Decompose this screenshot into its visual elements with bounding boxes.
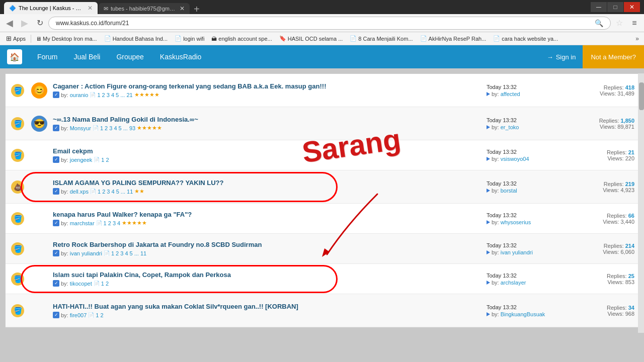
sign-in-button[interactable]: → Sign in [540,45,583,68]
bookmark-5[interactable]: 🔖 HASIL OCD selama ... [276,34,347,43]
last-poster[interactable]: vsiswoyo04 [501,156,529,162]
apps-icon: ⊞ [6,35,12,42]
avatar-col: 😊 [30,82,49,99]
replies-count[interactable]: 21 [628,149,634,155]
page-icon: 📄 [93,125,99,131]
site-logo[interactable]: 🏠 [0,45,29,68]
views-count: 6,060 [620,249,634,255]
last-poster[interactable]: ivan yuliandri [501,249,533,255]
tab-inactive[interactable]: ✉ tubes - habibie975@gmai... ✕ [99,3,190,14]
table-row: 🪣 HATI-HATI..!! Buat agan yang suka maka… [6,294,638,327]
check-icon: ✓ [53,125,59,131]
replies-line: Replies: 34 [580,305,634,311]
play-icon [487,157,490,161]
pages: 1 2 [101,157,109,163]
thread-author[interactable]: Monsyur [70,125,91,131]
scrollbar-thumb[interactable] [639,82,644,110]
thread-replies: Replies: 418 Views: 31,489 [576,83,638,98]
last-poster[interactable]: archslayer [501,280,526,286]
back-btn[interactable]: ◀ [3,17,16,30]
thread-author[interactable]: dell.xps [70,189,89,195]
replies-count[interactable]: 219 [625,181,634,187]
thread-title[interactable]: ISLAM AGAMA YG PALING SEMPURNA?? YAKIN L… [53,179,478,187]
last-poster[interactable]: whysoserius [501,219,531,225]
play-icon [487,281,490,285]
stars: ★★★★★ [122,220,147,226]
replies-count[interactable]: 418 [625,84,634,90]
new-tab-btn[interactable]: + [194,4,200,14]
more-bookmarks[interactable]: » [632,34,642,43]
refresh-btn[interactable]: ↻ [33,17,46,30]
forward-btn[interactable]: ▶ [18,17,31,30]
replies-line: Replies: 418 [580,84,634,90]
table-row: 🪣 Islam suci tapi Palakin Cina, Copet, R… [6,264,638,294]
replies-label: Replies: [604,84,624,90]
address-bar[interactable]: www.kaskus.co.id/forum/21 🔍 [48,17,611,30]
bookmark-2[interactable]: 📄 Handout Bahasa Ind... [101,34,171,43]
thread-title[interactable]: HATI-HATI..!! Buat agan yang suka makan … [53,303,478,310]
by-label2: by: [492,124,499,130]
scrollbar[interactable] [638,73,644,333]
thread-title[interactable]: Email cekpm [53,147,478,155]
bookmark-label-3: login wifi [183,36,204,42]
views-label: Views: [607,279,623,285]
minimize-btn[interactable]: ─ [591,2,607,12]
replies-count[interactable]: 66 [628,213,634,219]
tab-close-2[interactable]: ✕ [180,5,185,12]
last-poster[interactable]: er_toko [501,124,519,130]
maximize-btn[interactable]: □ [607,2,623,12]
thread-title[interactable]: Islam suci tapi Palakin Cina, Copet, Ram… [53,271,478,279]
bookmark-6[interactable]: 📄 8 Cara Menjaili Kom... [346,34,416,43]
thread-author[interactable]: ouranio [70,92,89,98]
more-options-icon[interactable]: ≡ [628,17,641,30]
last-poster[interactable]: borstal [501,188,517,194]
thread-lastby: by: archslayer [487,280,572,286]
bookmark-8[interactable]: 📄 cara hack website ya... [490,34,561,43]
views-line: Views: 968 [580,311,634,317]
thread-author[interactable]: fire007 [70,312,87,318]
thread-author[interactable]: marchstar [70,220,95,226]
replies-count[interactable]: 25 [628,273,634,279]
table-row: 💩 ISLAM AGAMA YG PALING SEMPURNA?? YAKIN… [6,170,638,204]
pages: 1 2 3 4 5 ... 21 [97,92,132,98]
thread-author[interactable]: joengeek [70,157,93,163]
thread-author[interactable]: ivan yuliandri [70,250,102,256]
thread-meta: ✓ by: Monsyur 📄 1 2 3 4 5 ... 93 ★★★★★ [53,125,478,131]
hot-icon: 🪣 [11,242,24,255]
nav-forum[interactable]: Forum [29,45,65,68]
page-icon: 📄 [104,250,110,256]
stars: ★★ [134,188,144,195]
apps-bookmark[interactable]: ⊞ Apps [2,34,30,43]
check-icon: ✓ [53,250,59,256]
page-icon: 📄 [88,312,94,318]
nav-radio[interactable]: KaskusRadio [152,45,210,68]
tab-close-1[interactable]: ✕ [88,5,93,12]
thread-title[interactable]: Retro Rock Barbershop di Jakarta at Foun… [53,241,478,248]
page-icon: 📄 [90,92,96,98]
close-btn[interactable]: ✕ [624,2,640,12]
replies-count[interactable]: 1,850 [620,118,634,124]
nav-groupee[interactable]: Groupee [108,45,151,68]
thread-main: kenapa harus Paul Walker? kenapa ga "FA"… [49,210,482,227]
table-row: 🪣 kenapa harus Paul Walker? kenapa ga "F… [6,204,638,234]
last-poster[interactable]: BingkuangBusuak [501,311,545,317]
replies-count[interactable]: 34 [628,305,634,311]
bookmark-7[interactable]: 📄 AkHirNya ReseP Rah... [417,34,490,43]
bookmark-1[interactable]: 🖥 My Desktop Iron ma... [32,35,101,43]
thread-title[interactable]: ~∞.13 Nama Band Paling Gokil di Indonesi… [53,116,478,123]
replies-count[interactable]: 214 [625,243,634,249]
thread-title[interactable]: kenapa harus Paul Walker? kenapa ga "FA"… [53,211,478,218]
bookmark-icon-2: 📄 [104,35,111,42]
hot-icon: 🪣 [11,117,24,130]
bookmark-4[interactable]: 🏔 english account spe... [208,35,275,43]
thread-title[interactable]: Caganer : Action Figure orang-orang terk… [53,82,478,90]
last-poster[interactable]: affected [501,91,520,97]
thread-time: Today 13:32 [487,117,572,123]
nav-jual-beli[interactable]: Jual Beli [65,45,108,68]
thread-author[interactable]: tikocopet [70,281,92,287]
bookmark-3[interactable]: 📄 login wifi [171,34,208,43]
thread-time: Today 13:32 [487,304,572,310]
bookmark-star-icon[interactable]: ☆ [613,17,626,30]
not-member-button[interactable]: Not a Member? [583,45,644,68]
tab-active[interactable]: 🔷 The Lounge | Kaskus - Th... ✕ [4,2,98,14]
